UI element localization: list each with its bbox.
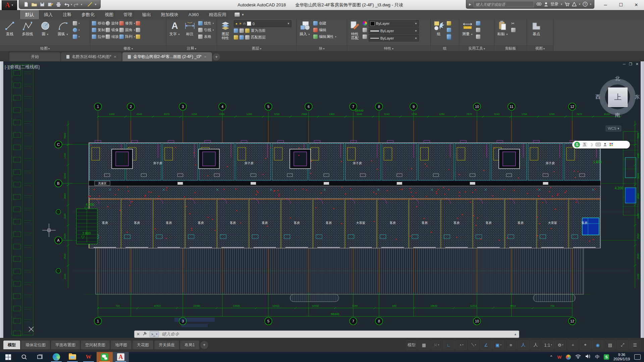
- hardware-acceleration-toggle[interactable]: ◉: [592, 340, 603, 350]
- close-button[interactable]: ✕: [629, 0, 644, 10]
- linetype-combo[interactable]: ByLayer▼: [369, 35, 419, 42]
- file-tab-doc2[interactable]: 金华歌山民宿2-4F客...面图 (2-4F) _t3* ✕: [122, 52, 212, 61]
- mirror-button[interactable]: 镜像: [106, 27, 119, 33]
- match-properties-button[interactable]: 特性匹配: [349, 20, 361, 40]
- panel-label-view[interactable]: 视图: [527, 45, 553, 51]
- panel-label-draw[interactable]: 绘图: [0, 45, 90, 51]
- lineweight-combo[interactable]: ByLayer▼: [369, 27, 419, 34]
- layer-properties-button[interactable]: 图层特性: [219, 20, 232, 40]
- object-color-combo[interactable]: ByLayer▼: [369, 20, 419, 27]
- action-center-icon[interactable]: [634, 354, 641, 360]
- text-button[interactable]: A 文字 ▼: [168, 20, 181, 37]
- a360-dropdown-icon[interactable]: ▾: [579, 3, 580, 6]
- layout-tab-5[interactable]: 天花图: [132, 341, 153, 349]
- file-tab-doc1[interactable]: 名爵东区48栋-结构图* ✕: [61, 52, 122, 61]
- edit-attribute-button[interactable]: 编辑属性▾: [313, 34, 336, 40]
- infocenter-search-input[interactable]: [474, 1, 534, 7]
- ribbon-tab-3[interactable]: 参数化: [76, 10, 100, 19]
- ribbon-tab-8[interactable]: A360: [183, 10, 204, 19]
- tray-expand-icon[interactable]: ⌃: [549, 355, 553, 360]
- taskbar-file-explorer[interactable]: [64, 352, 80, 362]
- ribbon-tab-7[interactable]: 附加模块: [156, 10, 183, 19]
- layout-tab-3[interactable]: 空间材质图: [81, 341, 110, 349]
- circle-button[interactable]: 圆 ▼: [37, 20, 53, 37]
- ribbon-tab-9[interactable]: 精选应用: [204, 10, 231, 19]
- panel-label-block[interactable]: 块: [297, 45, 347, 51]
- panel-label-clipboard[interactable]: 剪贴板: [494, 45, 527, 51]
- viewcube-east[interactable]: 东: [635, 94, 640, 100]
- ime-toolbar[interactable]: S 五 ☽: [572, 141, 630, 148]
- help-icon[interactable]: ?: [583, 2, 588, 7]
- signin-dropdown-icon[interactable]: ▾: [561, 3, 562, 6]
- tray-wps-icon[interactable]: W: [557, 355, 561, 360]
- quick-properties-toggle[interactable]: ⌖: [580, 340, 591, 350]
- volume-icon[interactable]: [585, 354, 591, 360]
- layout-tab-0[interactable]: 模型: [3, 341, 20, 349]
- array-button[interactable]: 阵列▾: [119, 34, 135, 40]
- signin-label[interactable]: 登录: [550, 1, 558, 7]
- panel-label-groups[interactable]: 组: [431, 45, 459, 51]
- ime-language-indicator[interactable]: 中: [595, 354, 599, 360]
- ime-toolbox-icon[interactable]: [609, 142, 613, 147]
- insert-block-button[interactable]: 插入 ▼: [298, 20, 312, 37]
- doc-restore-button[interactable]: ❐: [629, 62, 632, 66]
- grid-display-toggle[interactable]: ▦: [418, 340, 430, 350]
- layout-tab-4[interactable]: 地坪图: [111, 341, 131, 349]
- redo-button[interactable]: [73, 1, 80, 8]
- layout-tab-6[interactable]: 开关插座: [154, 341, 179, 349]
- layout-tab-1[interactable]: 墙体定位图: [21, 341, 50, 349]
- cut-button[interactable]: ✂: [511, 20, 516, 26]
- panel-label-utilities[interactable]: 实用工具: [459, 45, 494, 51]
- customization-menu-button[interactable]: ☰: [629, 340, 641, 350]
- table-button[interactable]: 表格: [198, 34, 214, 40]
- viewcube-north[interactable]: 北: [615, 75, 620, 82]
- taskbar-edge[interactable]: [48, 352, 64, 362]
- panel-label-properties[interactable]: 特性: [347, 45, 430, 51]
- snap-mode-toggle[interactable]: ⁙▾: [431, 340, 442, 350]
- ellipse-tool[interactable]: ▾: [73, 27, 80, 33]
- object-snap-toggle[interactable]: ▣▾: [493, 340, 504, 350]
- taskbar-search-button[interactable]: [16, 352, 32, 362]
- new-drawing-tab-button[interactable]: +: [213, 53, 220, 61]
- new-file-button[interactable]: [22, 1, 30, 8]
- stretch-button[interactable]: 拉伸: [92, 34, 105, 40]
- maximize-button[interactable]: ☐: [613, 0, 629, 10]
- minimize-button[interactable]: ─: [598, 0, 613, 10]
- arc-button[interactable]: 圆弧 ▼: [55, 20, 71, 37]
- ime-keyboard-icon[interactable]: [596, 142, 601, 147]
- offset-button[interactable]: [136, 34, 140, 40]
- tray-sogou-icon[interactable]: S: [604, 354, 609, 360]
- base-point-button[interactable]: 基点: [529, 20, 544, 36]
- application-menu-button[interactable]: A ▼: [2, 0, 17, 10]
- tray-photos-icon[interactable]: [566, 355, 571, 360]
- viewcube-top-face[interactable]: 上: [608, 87, 628, 107]
- autoscale-toggle[interactable]: 人: [530, 340, 541, 350]
- save-button[interactable]: [39, 1, 46, 8]
- set-current-layer-button[interactable]: 置为当前: [234, 27, 291, 34]
- undo-button[interactable]: [63, 1, 70, 8]
- infocenter-collapse-icon[interactable]: ▶: [469, 3, 471, 6]
- trim-button[interactable]: 修剪▾: [119, 20, 135, 26]
- ime-halfmoon-icon[interactable]: ☽: [589, 142, 593, 147]
- file-tab-start[interactable]: 开始: [9, 52, 60, 61]
- doc-minimize-button[interactable]: ─: [623, 62, 626, 66]
- taskbar-wps[interactable]: W: [80, 352, 97, 362]
- rectangle-tool[interactable]: ▾: [73, 20, 80, 26]
- network-icon[interactable]: [575, 354, 581, 360]
- save-as-button[interactable]: [47, 1, 54, 8]
- quick-calc-button[interactable]: [476, 34, 480, 40]
- line-button[interactable]: 直线: [2, 20, 18, 36]
- command-prompt-icon[interactable]: >_▾: [150, 331, 159, 337]
- taskbar-autocad[interactable]: A: [113, 352, 129, 362]
- app-store-icon[interactable]: [565, 2, 570, 6]
- qat-customize-dropdown[interactable]: ▼: [94, 3, 97, 6]
- copy-clip-button[interactable]: [511, 27, 516, 33]
- paste-button[interactable]: 粘贴 ▼: [496, 20, 509, 37]
- explode-button[interactable]: [136, 27, 140, 33]
- scale-button[interactable]: 缩放: [106, 34, 119, 40]
- move-button[interactable]: 移动: [92, 20, 105, 26]
- linear-dim-button[interactable]: 线性▾: [198, 20, 214, 26]
- taskbar-clock[interactable]: 9:36 2026/1/19: [613, 353, 630, 361]
- ribbon-display-toggle[interactable]: ▼: [234, 10, 244, 19]
- dimension-button[interactable]: 标注: [183, 20, 197, 36]
